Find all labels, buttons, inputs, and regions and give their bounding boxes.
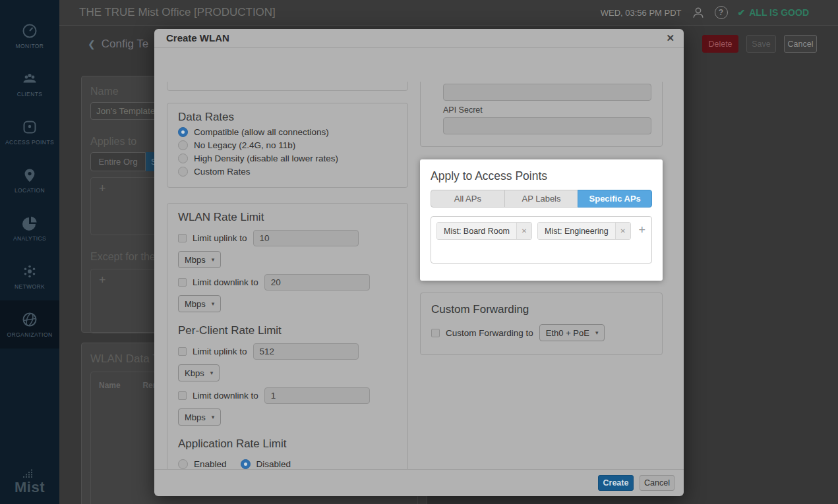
data-rates-title: Data Rates — [178, 111, 397, 124]
chevron-left-icon: ❮ — [88, 39, 96, 49]
chevron-down-icon: ▾ — [212, 414, 215, 420]
radio-icon[interactable] — [178, 127, 188, 137]
clipped-section-left — [167, 82, 408, 91]
ap-tag-label: Mist: Engineering — [538, 223, 615, 239]
client-uplink-checkbox[interactable] — [178, 347, 187, 356]
application-rate-limit-title: Application Rate Limit — [178, 437, 397, 451]
mist-logo-text: Mist — [15, 479, 45, 495]
sidebar-item-organization[interactable]: ORGANIZATION — [0, 300, 59, 349]
sidebar-item-label: ORGANIZATION — [7, 331, 53, 338]
sidebar-item-analytics[interactable]: ANALYTICS — [0, 204, 59, 252]
sidebar-item-label: LOCATION — [15, 187, 45, 194]
api-secret-input[interactable] — [443, 117, 651, 134]
save-button[interactable]: Save — [746, 35, 776, 53]
wlan-downlink-checkbox[interactable] — [178, 278, 187, 287]
access-point-icon — [21, 119, 38, 136]
sidebar-item-monitor[interactable]: MONITOR — [0, 12, 59, 60]
client-uplink-unit-select[interactable]: Kbps ▾ — [178, 364, 220, 381]
radio-option-compatible[interactable]: Compatible (allow all connections) — [178, 127, 397, 137]
status-badge[interactable]: ✔ ALL IS GOOD — [738, 7, 809, 18]
custom-forwarding-checkbox[interactable] — [431, 329, 440, 337]
remove-tag-icon[interactable]: ✕ — [516, 223, 531, 239]
wlan-uplink-checkbox[interactable] — [178, 234, 187, 242]
client-downlink-unit-select[interactable]: Mbps ▾ — [178, 408, 221, 426]
radio-icon[interactable] — [178, 140, 188, 150]
sidebar-item-label: CLIENTS — [17, 91, 43, 98]
clipped-section-right: API Secret — [420, 82, 663, 147]
wlan-uplink-input[interactable] — [253, 230, 359, 246]
help-icon[interactable]: ? — [715, 6, 728, 19]
rate-limit-section: WLAN Rate Limit Limit uplink to Mbps ▾ L… — [167, 203, 408, 469]
client-uplink-input[interactable] — [253, 343, 359, 360]
client-downlink-input[interactable] — [264, 387, 370, 404]
client-uplink-row: Limit uplink to — [178, 343, 397, 360]
wlan-downlink-row: Limit downlink to — [178, 274, 397, 291]
wlan-downlink-unit-select[interactable]: Mbps ▾ — [178, 295, 221, 312]
wlan-rate-limit-title: WLAN Rate Limit — [178, 211, 397, 224]
custom-forwarding-section: Custom Forwarding Custom Forwarding to E… — [420, 293, 663, 355]
custom-forwarding-row: Custom Forwarding to Eth0 + PoE ▾ — [431, 324, 651, 341]
wlan-downlink-input[interactable] — [264, 274, 370, 291]
tab-all-aps[interactable]: All APs — [431, 190, 505, 208]
create-wlan-modal: Create WLAN ✕ Data Rates Compatible (all… — [154, 29, 684, 496]
modal-right-column: API Secret Apply to Access Points All AP… — [420, 82, 663, 355]
per-client-rate-limit-title: Per-Client Rate Limit — [178, 324, 397, 337]
add-site-button[interactable]: + — [91, 178, 108, 196]
mist-logo-dots — [22, 469, 36, 478]
table-header-name: Name — [99, 381, 140, 390]
custom-forwarding-title: Custom Forwarding — [431, 303, 651, 316]
modal-title: Create WLAN — [154, 29, 684, 47]
sidebar-item-label: ANALYTICS — [13, 235, 46, 242]
close-icon[interactable]: ✕ — [666, 32, 674, 44]
radio-option-custom-rates[interactable]: Custom Rates — [178, 167, 397, 177]
chevron-down-icon: ▾ — [212, 300, 215, 307]
custom-forwarding-select[interactable]: Eth0 + PoE ▾ — [539, 324, 605, 341]
sidebar-item-location[interactable]: LOCATION — [0, 156, 59, 204]
client-downlink-row: Limit downlink to — [178, 387, 397, 404]
remove-tag-icon[interactable]: ✕ — [615, 223, 630, 239]
add-ap-icon[interactable]: + — [639, 222, 646, 238]
application-rate-limit-options: Enabled Disabled — [178, 459, 397, 469]
check-icon: ✔ — [738, 7, 746, 18]
applies-entire-org-button[interactable]: Entire Org — [90, 152, 146, 171]
modal-header: Create WLAN ✕ — [154, 29, 684, 48]
modal-footer: Create Cancel — [154, 469, 684, 496]
ap-scope-tabs: All APs AP Labels Specific APs — [431, 190, 652, 208]
cancel-button[interactable]: Cancel — [784, 35, 817, 53]
radio-icon[interactable] — [178, 154, 188, 163]
gauge-icon — [21, 22, 38, 40]
modal-left-column: Data Rates Compatible (allow all connect… — [167, 82, 408, 469]
status-text: ALL IS GOOD — [749, 7, 809, 18]
sidebar-item-clients[interactable]: CLIENTS — [0, 60, 59, 108]
modal-body: Data Rates Compatible (allow all connect… — [154, 82, 684, 469]
sidebar-item-label: MONITOR — [16, 43, 44, 49]
globe-icon — [21, 311, 38, 328]
apply-to-aps-title: Apply to Access Points — [431, 169, 652, 183]
modal-cancel-button[interactable]: Cancel — [640, 475, 674, 491]
ap-tag: Mist: Board Room ✕ — [436, 222, 532, 240]
user-icon[interactable] — [692, 6, 705, 19]
radio-icon[interactable] — [178, 167, 188, 177]
chevron-down-icon: ▾ — [210, 370, 214, 376]
tab-specific-aps[interactable]: Specific APs — [578, 190, 652, 208]
mist-logo: Mist — [0, 469, 59, 496]
sidebar-item-network[interactable]: NETWORK — [0, 252, 59, 300]
data-rates-section: Data Rates Compatible (allow all connect… — [167, 103, 408, 188]
radio-disabled[interactable] — [241, 459, 251, 469]
client-downlink-checkbox[interactable] — [178, 391, 187, 400]
specific-aps-tag-container[interactable]: Mist: Board Room ✕ Mist: Engineering ✕ + — [431, 216, 652, 264]
wlan-uplink-unit-select[interactable]: Mbps ▾ — [178, 251, 221, 268]
sidebar-item-access-points[interactable]: ACCESS POINTS — [0, 108, 59, 156]
ap-tag: Mist: Engineering ✕ — [537, 222, 631, 240]
tab-ap-labels[interactable]: AP Labels — [504, 190, 579, 208]
radio-option-high-density[interactable]: High Density (disable all lower rates) — [178, 154, 397, 163]
radio-enabled[interactable] — [178, 459, 188, 469]
delete-button[interactable]: Delete — [702, 35, 738, 53]
breadcrumb[interactable]: ❮ Config Te — [88, 38, 148, 51]
create-button[interactable]: Create — [598, 475, 634, 491]
radio-option-no-legacy[interactable]: No Legacy (2.4G, no 11b) — [178, 140, 397, 150]
api-key-input[interactable] — [443, 84, 651, 101]
chevron-down-icon: ▾ — [595, 329, 599, 336]
add-exception-button[interactable]: + — [91, 269, 108, 287]
location-pin-icon — [21, 167, 38, 184]
